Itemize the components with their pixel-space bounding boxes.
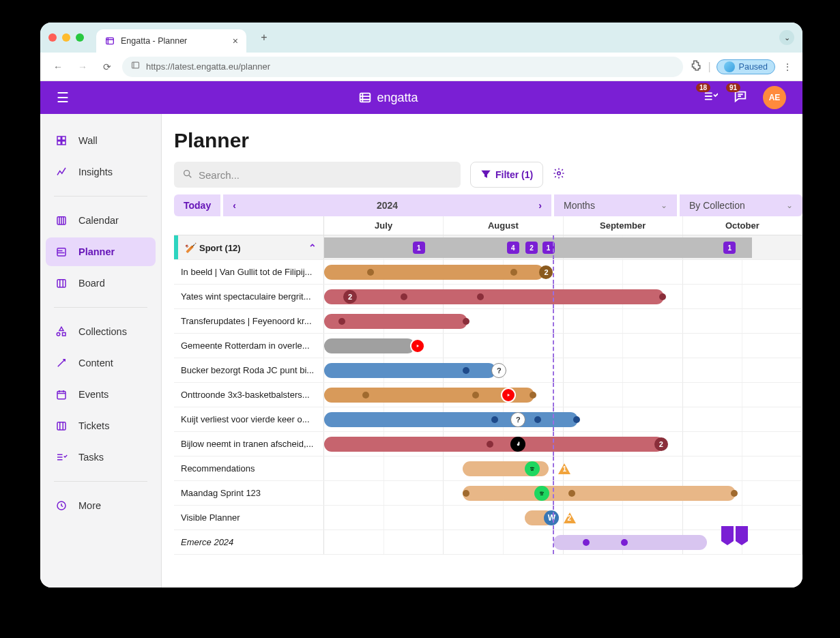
count-pill[interactable]: 2 — [343, 290, 357, 304]
sidebar-item-calendar[interactable]: Calendar — [46, 206, 156, 235]
year-navigator: ‹ 2024 › — [223, 194, 551, 216]
gantt-row[interactable]: Visible PlannerW2 — [174, 506, 802, 530]
row-label: Emerce 2024 — [174, 530, 324, 554]
title-chevron-button[interactable]: ⌄ — [779, 30, 794, 45]
month-july: July — [324, 216, 444, 235]
row-label: In beeld | Van Gullit tot de Filipij... — [174, 260, 324, 284]
chevron-down-icon: ⌄ — [786, 201, 793, 210]
row-label: Recommendations — [174, 456, 324, 480]
filter-button[interactable]: Filter (1) — [470, 162, 543, 188]
search-icon — [182, 169, 193, 182]
minimize-window-button[interactable] — [62, 33, 70, 42]
gantt-bar[interactable] — [324, 437, 664, 452]
sidebar-item-board[interactable]: Board — [46, 269, 156, 298]
gantt-bar[interactable] — [324, 338, 415, 353]
reload-button[interactable]: ⟳ — [98, 57, 117, 76]
tab-favicon-icon — [104, 35, 115, 46]
gantt-row[interactable]: Gemeente Rotterdam in overle... — [174, 334, 802, 358]
sidebar-item-tasks[interactable]: Tasks — [46, 443, 156, 472]
hamburger-button[interactable]: ☰ — [57, 89, 73, 106]
prev-button[interactable]: ‹ — [233, 200, 236, 211]
app-logo: engatta — [358, 90, 418, 105]
gantt-row[interactable]: Onttroonde 3x3-basketbalsters... — [174, 383, 802, 407]
milestone-marker[interactable] — [721, 526, 734, 541]
back-button[interactable]: ← — [48, 57, 68, 76]
avatar[interactable]: AE — [763, 86, 786, 109]
chevron-down-icon: ⌄ — [661, 201, 667, 210]
group-select[interactable]: By Collection⌄ — [680, 194, 802, 216]
count-marker[interactable]: 2 — [525, 242, 538, 254]
gantt-row[interactable]: Recommendations1 — [174, 456, 802, 481]
gantt-bar[interactable] — [324, 314, 467, 329]
gantt-row[interactable]: In beeld | Van Gullit tot de Filipij...2 — [174, 260, 802, 285]
svg-rect-8 — [57, 248, 66, 256]
sidebar-item-insights[interactable]: Insights — [46, 158, 156, 186]
warning-icon[interactable]: 2 — [564, 512, 576, 523]
warning-icon[interactable]: 1 — [558, 463, 570, 474]
dot-marker — [338, 318, 345, 325]
title-bar: Engatta - Planner × + ⌄ — [40, 23, 802, 53]
gantt-row[interactable]: Kuijt verliest voor vierde keer o...? — [174, 407, 802, 432]
svg-rect-11 — [57, 422, 66, 430]
today-button[interactable]: Today — [174, 194, 220, 216]
next-button[interactable]: › — [538, 200, 542, 211]
gantt-row[interactable]: Bucker bezorgt Roda JC punt bi...? — [174, 358, 802, 383]
gantt-bar[interactable] — [463, 486, 736, 501]
extensions-icon[interactable] — [689, 59, 702, 74]
milestone-marker[interactable] — [736, 526, 748, 541]
close-window-button[interactable] — [48, 33, 57, 42]
group-row-sport[interactable]: 🏏Sport (12)⌃14211 — [174, 235, 802, 260]
collections-icon — [54, 324, 69, 339]
count-pill[interactable]: 2 — [654, 437, 668, 451]
header-right: 18 91 AE — [703, 86, 786, 109]
gantt-area[interactable]: 🏏Sport (12)⌃14211In beeld | Van Gullit t… — [174, 235, 802, 588]
sidebar-item-more[interactable]: More — [46, 491, 156, 520]
tab-close-button[interactable]: × — [233, 35, 238, 46]
svg-point-13 — [184, 170, 190, 175]
wall-icon — [54, 133, 69, 148]
menu-button[interactable]: ⋮ — [781, 61, 794, 72]
planner-icon — [54, 244, 69, 259]
count-marker[interactable]: 1 — [413, 242, 425, 254]
gantt-bar[interactable] — [324, 363, 496, 378]
gantt-row[interactable]: Transferupdates | Feyenoord kr... — [174, 309, 802, 334]
sidebar-item-events[interactable]: Events — [46, 380, 156, 409]
month-september: September — [564, 216, 683, 235]
gantt-row[interactable]: Emerce 2024 — [174, 530, 802, 555]
svg-rect-1 — [132, 62, 139, 68]
sidebar-item-collections[interactable]: Collections — [46, 317, 156, 346]
timeline-header: Today ‹ 2024 › Months⌄ By Collection⌄ — [174, 194, 802, 216]
settings-button[interactable] — [553, 167, 565, 183]
chat-icon[interactable]: 91 — [733, 89, 748, 107]
browser-tab[interactable]: Engatta - Planner × — [96, 29, 246, 53]
sidebar-item-planner[interactable]: Planner — [46, 237, 156, 266]
forward-button[interactable]: → — [73, 57, 92, 76]
page-title: Planner — [174, 129, 802, 152]
gantt-bar[interactable] — [324, 289, 664, 304]
row-label: Yates wint spectaculaire bergrit... — [174, 285, 324, 308]
gantt-bar[interactable] — [553, 535, 706, 550]
count-marker[interactable]: 1 — [723, 242, 736, 254]
sidebar-item-tickets[interactable]: Tickets — [46, 411, 156, 440]
app-body: Wall Insights Calendar Planner Board Col… — [40, 114, 802, 588]
new-tab-button[interactable]: + — [255, 28, 274, 47]
more-icon — [54, 498, 69, 513]
url-bar[interactable]: https://latest.engatta.eu/planner — [122, 57, 683, 77]
controls-row: Search... Filter (1) — [174, 162, 802, 188]
search-input[interactable]: Search... — [174, 162, 461, 188]
row-label: Onttroonde 3x3-basketbalsters... — [174, 383, 324, 407]
paused-badge[interactable]: Paused — [716, 59, 775, 74]
svg-rect-9 — [57, 280, 66, 287]
count-marker[interactable]: 4 — [507, 242, 519, 254]
sidebar-item-wall[interactable]: Wall — [46, 126, 156, 155]
site-info-icon[interactable] — [130, 60, 141, 73]
collapse-icon[interactable]: ⌃ — [308, 242, 317, 253]
sidebar-item-content[interactable]: Content — [46, 349, 156, 377]
events-icon — [54, 387, 69, 402]
gantt-row[interactable]: Yates wint spectaculaire bergrit...2 — [174, 285, 802, 309]
gantt-row[interactable]: Bijlow neemt in tranen afscheid,...2 — [174, 432, 802, 456]
scale-select[interactable]: Months⌄ — [554, 194, 677, 216]
tasks-icon[interactable]: 18 — [703, 89, 718, 107]
maximize-window-button[interactable] — [76, 33, 84, 42]
gantt-row[interactable]: Maandag Sprint 123 — [174, 481, 802, 506]
